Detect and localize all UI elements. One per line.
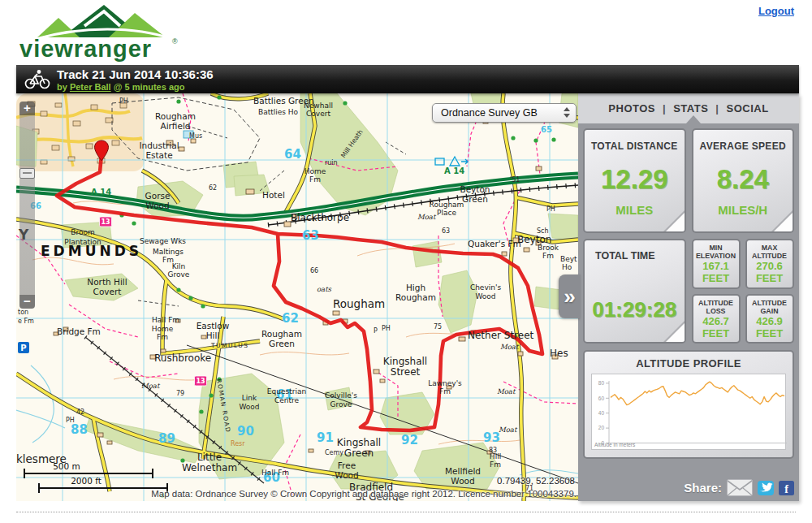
altitude-loss-card: ALTITUDE LOSS 426.7 FEET — [692, 294, 741, 344]
map-label: Rougham — [261, 329, 302, 339]
map-label: Equestrian — [267, 387, 306, 395]
map-label: Moat — [500, 343, 520, 351]
map-label: Broom — [71, 228, 94, 236]
map-label: 500 m — [53, 461, 80, 471]
map-label: 64 — [284, 147, 301, 162]
map-label: Rushbrooke — [154, 352, 211, 364]
map-label: A 14 — [91, 188, 111, 197]
map-label: Place — [437, 209, 456, 217]
logo-registered: ® — [172, 37, 178, 45]
map-label: A 14 — [444, 166, 464, 175]
map-label: 88 — [71, 422, 88, 437]
map-label: Fm — [157, 333, 168, 341]
map-label: 62 — [282, 311, 299, 326]
map-label: Gorse — [145, 191, 171, 201]
map-label: Airfield — [160, 121, 190, 131]
min-elevation-label: MIN ELEVATION — [693, 244, 739, 260]
zoom-in-button[interactable]: + — [19, 102, 35, 115]
chart-axis-note: Altitude in meters — [594, 442, 636, 447]
map-label: 42 — [76, 408, 84, 416]
altitude-gain-card: ALTITUDE GAIN 426.9 FEET — [745, 294, 794, 344]
zoom-slider-track[interactable] — [19, 115, 35, 295]
map-label: Blackthorpe — [291, 212, 349, 223]
altitude-loss-unit: FEET — [693, 328, 739, 339]
stat-cards-row: TOTAL DISTANCE 12.29 MILES AVERAGE SPEED… — [583, 128, 794, 233]
author-link[interactable]: Peter Ball — [70, 82, 111, 92]
altitude-line-series — [611, 382, 784, 405]
elevation-mini-grid: MIN ELEVATION 167.1 FEET MAX ALTITUDE 27… — [692, 239, 794, 344]
map-label: ruin — [325, 159, 338, 166]
map-label: ton — [18, 309, 28, 316]
svg-text:40: 40 — [598, 410, 605, 416]
map-label: Fm — [439, 387, 451, 395]
map-label: Green — [344, 447, 374, 459]
map-label: 75 — [434, 323, 442, 331]
panel-body: TOTAL DISTANCE 12.29 MILES AVERAGE SPEED… — [578, 123, 799, 496]
map-label: Free — [338, 460, 356, 470]
map-label: Link — [242, 394, 257, 402]
map-label: Fm — [309, 175, 321, 184]
tab-separator: | — [715, 102, 719, 115]
map-label: Wood — [335, 470, 358, 480]
logout-link[interactable]: Logout — [758, 5, 794, 17]
average-speed-card: AVERAGE SPEED 8.24 MILES/H — [692, 128, 795, 233]
track-byline: by Peter Ball @ 5 minutes ago — [57, 82, 184, 92]
map-label: Newhall — [304, 102, 333, 110]
email-share-icon[interactable] — [727, 479, 753, 496]
map-label: Mellfield — [445, 466, 481, 476]
max-altitude-unit: FEET — [747, 273, 793, 284]
map-layer-select[interactable]: Ordnance Survey GB — [432, 103, 577, 123]
map-label: 83 — [489, 447, 497, 454]
map-label: 89 — [158, 431, 175, 446]
map-label: 13 — [196, 378, 205, 385]
map-label: EDMUNDS — [41, 243, 142, 259]
map-label: Grove — [330, 400, 352, 408]
map-label: Estate — [145, 150, 172, 160]
tab-stats[interactable]: STATS — [673, 102, 708, 115]
panel-collapse-button[interactable]: » — [559, 274, 581, 318]
map-label: Quaker's Fm — [468, 239, 521, 249]
map-label: Mus — [189, 132, 202, 140]
min-elevation-value: 167.1 — [693, 261, 739, 273]
map-label: P — [20, 344, 26, 352]
map-label: '51 — [510, 176, 520, 184]
total-distance-value: 12.29 — [585, 164, 685, 195]
active-tab-pointer-icon — [686, 115, 701, 123]
tab-separator: | — [663, 102, 666, 115]
svg-text:20: 20 — [598, 425, 605, 430]
zoom-out-button[interactable]: − — [19, 295, 35, 309]
cursor-coordinates: 0.79439, 52.23608 — [497, 476, 575, 486]
map-label: 66 — [310, 267, 318, 274]
total-time-value: 01:29:28 — [592, 297, 676, 322]
total-distance-unit: MILES — [585, 203, 685, 217]
altitude-gain-label: ALTITUDE GAIN — [747, 299, 793, 315]
map-label: Resr — [231, 440, 245, 447]
map-label: Ho — [562, 263, 572, 271]
map-label: PH — [119, 97, 128, 105]
map-label: Home — [152, 325, 174, 333]
map-label: 2000 ft — [71, 476, 102, 486]
total-time-card: TOTAL TIME 01:29:28 — [583, 239, 686, 344]
map-label: Kiln — [172, 262, 186, 270]
facebook-share-icon[interactable]: f — [779, 481, 794, 495]
altitude-gain-value: 426.9 — [747, 316, 793, 328]
map-label: 65 — [541, 125, 552, 134]
map-label: Maltings — [153, 248, 184, 256]
map-label: Kingshall — [383, 356, 427, 367]
map-canvas[interactable]: PHBattlies GreenBattlies HoRoughamAirfie… — [16, 93, 578, 501]
map-label: Rougham — [333, 297, 385, 310]
share-label: Share: — [684, 481, 722, 495]
track-title: Track 21 Jun 2014 10:36:36 — [57, 67, 214, 81]
map-label: Industrial — [139, 140, 179, 150]
twitter-share-icon[interactable] — [758, 481, 774, 495]
select-arrows-icon — [564, 107, 570, 118]
tab-social[interactable]: SOCIAL — [727, 102, 769, 115]
map-label: Moat — [497, 387, 516, 395]
zoom-slider-handle[interactable] — [19, 168, 35, 179]
average-speed-label: AVERAGE SPEED — [693, 140, 793, 152]
tab-photos[interactable]: PHOTOS — [608, 102, 655, 115]
map-label: Lawney's — [428, 379, 462, 387]
map-label: Wood — [145, 201, 169, 210]
show-bigger-map-button[interactable]: SHOW BIGGER MAP — [585, 455, 793, 459]
map-layer-value: Ordnance Survey GB — [441, 107, 538, 119]
